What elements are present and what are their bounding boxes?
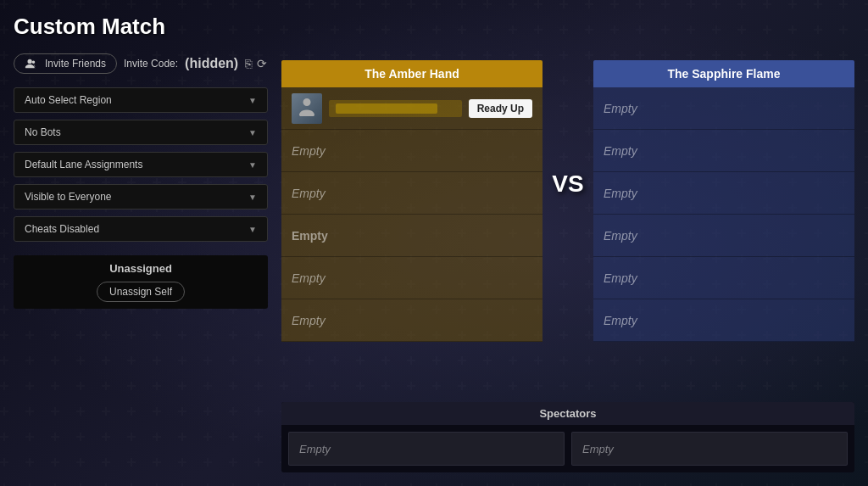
users-icon	[25, 58, 36, 70]
avatar	[292, 93, 322, 124]
invite-friends-button[interactable]: Invite Friends	[14, 53, 117, 74]
amber-team-slots: Ready Up Empty Empty Empty Empty	[281, 87, 542, 342]
spectators-slots: Empty Empty	[281, 425, 854, 472]
chevron-down-icon: ▼	[248, 193, 257, 202]
avatar-image	[292, 93, 322, 124]
sapphire-slot-4[interactable]: Empty	[593, 215, 854, 257]
player-name	[329, 100, 462, 117]
sapphire-team-panel: The Sapphire Flame Empty Empty Empty Emp…	[593, 60, 854, 342]
empty-label: Empty	[604, 314, 637, 327]
empty-label: Empty	[604, 144, 637, 158]
sapphire-team-header: The Sapphire Flame	[593, 60, 854, 87]
empty-label: Empty	[604, 187, 637, 200]
refresh-icon[interactable]: ⟳	[257, 57, 267, 70]
sapphire-slot-1[interactable]: Empty	[593, 87, 854, 130]
sapphire-slot-5[interactable]: Empty	[593, 257, 854, 299]
empty-label: Empty	[299, 443, 331, 455]
region-dropdown[interactable]: Auto Select Region ▼	[14, 87, 268, 113]
empty-label: Empty	[292, 271, 326, 285]
unassign-self-button[interactable]: Unassign Self	[97, 282, 185, 302]
sapphire-team-slots: Empty Empty Empty Empty Empty	[593, 87, 854, 342]
sidebar: Custom Match Invite Friends Invite Code:…	[14, 14, 268, 472]
spectators-header: Spectators	[281, 402, 854, 425]
amber-team-header: The Amber Hand	[281, 60, 542, 87]
lane-dropdown-label: Default Lane Assignments	[25, 159, 142, 170]
empty-label: Empty	[604, 271, 637, 285]
vs-divider: VS	[542, 170, 593, 232]
unassigned-label: Unassigned	[24, 262, 258, 275]
amber-slot-6[interactable]: Empty	[281, 299, 542, 342]
bots-dropdown-label: No Bots	[25, 126, 61, 138]
invite-code-value: (hidden)	[185, 56, 238, 71]
teams-area: The Amber Hand	[281, 14, 854, 388]
amber-slot-4[interactable]: Empty	[281, 215, 542, 257]
amber-slot-1[interactable]: Ready Up	[281, 87, 542, 130]
unassigned-section: Unassigned Unassign Self	[14, 255, 268, 309]
empty-label: Empty	[292, 144, 326, 158]
chevron-down-icon: ▼	[248, 225, 257, 234]
chevron-down-icon: ▼	[248, 160, 257, 170]
amber-slot-5[interactable]: Empty	[281, 257, 542, 299]
invite-friends-label: Invite Friends	[45, 58, 106, 70]
copy-icon[interactable]: ⎘	[245, 57, 252, 70]
main-content: The Amber Hand	[281, 14, 854, 472]
ready-up-button[interactable]: Ready Up	[469, 99, 532, 118]
lane-dropdown[interactable]: Default Lane Assignments ▼	[14, 152, 268, 177]
amber-team-panel: The Amber Hand	[281, 60, 542, 342]
spectator-slot-2[interactable]: Empty	[571, 432, 848, 466]
page-title: Custom Match	[14, 14, 268, 40]
invite-action-icons: ⎘ ⟳	[245, 57, 267, 70]
region-dropdown-label: Auto Select Region	[25, 94, 112, 106]
empty-label: Empty	[582, 443, 614, 455]
sapphire-slot-6[interactable]: Empty	[593, 299, 854, 342]
page-container: Custom Match Invite Friends Invite Code:…	[0, 0, 868, 486]
cheats-dropdown-label: Cheats Disabled	[25, 223, 99, 235]
empty-label: Empty	[604, 229, 637, 243]
sapphire-slot-3[interactable]: Empty	[593, 172, 854, 215]
invite-row: Invite Friends Invite Code: (hidden) ⎘ ⟳	[14, 53, 268, 74]
amber-slot-3[interactable]: Empty	[281, 172, 542, 215]
empty-label: Empty	[292, 187, 326, 200]
visibility-dropdown-label: Visible to Everyone	[25, 191, 112, 203]
amber-slot-2[interactable]: Empty	[281, 130, 542, 172]
sapphire-slot-2[interactable]: Empty	[593, 130, 854, 172]
empty-label: Empty	[604, 102, 637, 115]
chevron-down-icon: ▼	[248, 128, 257, 137]
invite-code-label: Invite Code:	[124, 58, 178, 70]
visibility-dropdown[interactable]: Visible to Everyone ▼	[14, 184, 268, 209]
spectators-section: Spectators Empty Empty	[281, 402, 854, 472]
empty-label: Empty	[292, 314, 326, 327]
chevron-down-icon: ▼	[248, 96, 257, 105]
bots-dropdown[interactable]: No Bots ▼	[14, 120, 268, 145]
cheats-dropdown[interactable]: Cheats Disabled ▼	[14, 216, 268, 242]
spectator-slot-1[interactable]: Empty	[288, 432, 565, 466]
empty-label: Empty	[292, 229, 328, 243]
